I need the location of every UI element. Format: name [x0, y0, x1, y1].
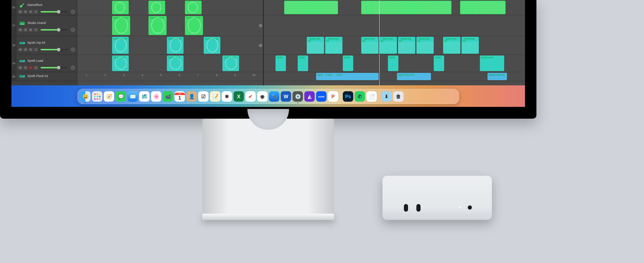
record-button[interactable]: R: [29, 28, 33, 32]
arrange-area[interactable]: Studio GrandStudio GrandStudio GrandSynt…: [77, 0, 525, 87]
dock-messages[interactable]: 💬: [116, 91, 126, 102]
solo-button[interactable]: S: [24, 10, 27, 14]
dock-facetime[interactable]: 📹: [163, 91, 173, 102]
track-header-40[interactable]: 40Synth Pluck 01: [11, 72, 77, 81]
dock-trash[interactable]: 🗑: [393, 91, 404, 102]
region-clip[interactable]: ◦ Synth Arp 04: [443, 37, 460, 54]
dock-excel[interactable]: X: [234, 91, 244, 102]
region-clip[interactable]: ◦ Synth Arp 04: [307, 37, 324, 54]
track-header-39[interactable]: 39Synth LeadMSRI: [11, 55, 77, 72]
region-clip[interactable]: Synth: [276, 56, 286, 71]
region-clip[interactable]: Synth: [343, 56, 353, 71]
input-button[interactable]: I: [34, 28, 38, 32]
pan-knob[interactable]: [71, 10, 75, 14]
region-clip[interactable]: [112, 1, 129, 14]
region-clip[interactable]: [284, 1, 338, 14]
dock-word[interactable]: W: [281, 91, 291, 102]
track-header-36[interactable]: 36DancefloorMSRI: [11, 0, 77, 15]
dock-zoom[interactable]: zoom: [316, 91, 327, 102]
dock-contacts[interactable]: 👤: [186, 91, 197, 102]
region-clip[interactable]: Synth Lead: [480, 56, 504, 71]
region-clip[interactable]: Synth Lead: [222, 56, 239, 71]
playhead[interactable]: [379, 0, 380, 87]
dock-reminders[interactable]: ☑︎: [198, 91, 209, 102]
volume-slider[interactable]: [41, 67, 68, 68]
dock-finder[interactable]: 😀: [80, 91, 91, 102]
region-clip[interactable]: ◦ Synth Arp 04: [416, 37, 434, 54]
pan-knob[interactable]: [71, 66, 75, 70]
mute-button[interactable]: M: [18, 28, 22, 32]
region-clip[interactable]: Synth Pluck 01: [488, 73, 507, 80]
region-clip[interactable]: Synth Arp 04: [112, 37, 129, 54]
region-clip[interactable]: [488, 1, 506, 14]
track-header-38[interactable]: 38Synth Arp 04MSRI: [11, 36, 77, 55]
mute-button[interactable]: M: [18, 10, 22, 14]
region-clip[interactable]: Synth Lead: [167, 56, 184, 71]
arrange-lane[interactable]: Studio GrandStudio GrandStudio Grand: [77, 15, 525, 36]
dock-maps[interactable]: 🗺️: [139, 91, 150, 102]
dock-chrome[interactable]: ◉: [257, 91, 268, 102]
dock-mail[interactable]: ✉️: [127, 91, 138, 102]
dock-photoshop[interactable]: Ps: [343, 91, 353, 102]
record-button[interactable]: R: [29, 48, 33, 51]
region-clip[interactable]: Synt: [317, 73, 325, 80]
mac-studio: [382, 176, 492, 220]
volume-slider[interactable]: [41, 11, 68, 12]
region-clip[interactable]: Synt: [326, 73, 334, 80]
dock-launchpad[interactable]: [92, 91, 102, 102]
record-button[interactable]: R: [29, 10, 33, 14]
solo-button[interactable]: S: [24, 48, 27, 51]
link-icon[interactable]: [259, 24, 262, 27]
dock-safari[interactable]: 🧭: [104, 91, 114, 102]
record-button[interactable]: R: [29, 66, 33, 69]
input-button[interactable]: I: [34, 66, 38, 69]
region-clip[interactable]: [149, 1, 165, 14]
input-button[interactable]: I: [34, 48, 38, 51]
region-clip[interactable]: ◦ Synth Arp 04: [380, 37, 397, 54]
dock-diskutil[interactable]: 💿: [293, 91, 303, 102]
dock-affinity[interactable]: ◭: [304, 91, 315, 102]
mute-button[interactable]: M: [18, 48, 22, 51]
region-clip[interactable]: Studio Grand: [112, 16, 130, 35]
dock-photos[interactable]: 🌸: [151, 91, 161, 102]
dock-whatsapp[interactable]: ✆: [355, 91, 365, 102]
dock-todoist[interactable]: ✔︎: [245, 91, 256, 102]
dock-googledocs[interactable]: 📄: [366, 91, 377, 102]
region-clip[interactable]: ◦ Synth Arp 04: [398, 37, 415, 54]
region-clip[interactable]: Synth Pluck 01: [316, 73, 379, 80]
pan-knob[interactable]: [71, 28, 75, 32]
region-clip[interactable]: Synth Lead: [112, 56, 129, 71]
volume-slider[interactable]: [41, 49, 68, 50]
mute-button[interactable]: M: [18, 66, 22, 69]
solo-button[interactable]: S: [24, 66, 27, 69]
region-clip[interactable]: [361, 1, 451, 14]
track-header-37[interactable]: 37Studio GrandMSRI: [11, 15, 77, 36]
region-clip[interactable]: Synth Pluck 01: [397, 73, 431, 80]
dock-calendar[interactable]: NİS1: [175, 91, 185, 102]
dock-powerpoint[interactable]: P: [328, 91, 338, 102]
region-clip[interactable]: Synth Arp 04: [167, 37, 184, 54]
region-clip[interactable]: Synth: [434, 56, 444, 71]
region-clip[interactable]: Synth: [298, 56, 308, 71]
arrange-lane[interactable]: [77, 0, 525, 15]
arrange-lane[interactable]: Synth Arp 04Synth Arp 04Synth Arp 04◦ Sy…: [77, 36, 525, 55]
region-clip[interactable]: Studio Grand: [185, 16, 203, 35]
region-clip[interactable]: Synth Arp 04: [204, 37, 220, 54]
region-clip[interactable]: Synth: [388, 56, 398, 71]
region-clip[interactable]: Synt: [336, 73, 344, 80]
arrange-lane[interactable]: Synth LeadSynth LeadSynth LeadSynthSynth…: [77, 55, 525, 72]
dock-notes[interactable]: 📝: [210, 91, 220, 102]
region-clip[interactable]: ◦ Synth Arp 04: [325, 37, 342, 54]
dock-slack[interactable]: ✱: [222, 91, 232, 102]
link-icon[interactable]: [259, 44, 262, 47]
region-clip[interactable]: ◦ Synth Arp 04: [361, 37, 379, 54]
pan-knob[interactable]: [71, 48, 75, 52]
input-button[interactable]: I: [34, 10, 38, 14]
region-clip[interactable]: [185, 1, 202, 14]
dock-downloads[interactable]: ⬇︎: [381, 91, 392, 102]
region-clip[interactable]: Studio Grand: [149, 16, 167, 35]
volume-slider[interactable]: [41, 29, 68, 31]
dock-xcode[interactable]: 🔨: [269, 91, 279, 102]
solo-button[interactable]: S: [24, 28, 27, 32]
region-clip[interactable]: ◦ Synth Arp 04: [461, 37, 479, 54]
